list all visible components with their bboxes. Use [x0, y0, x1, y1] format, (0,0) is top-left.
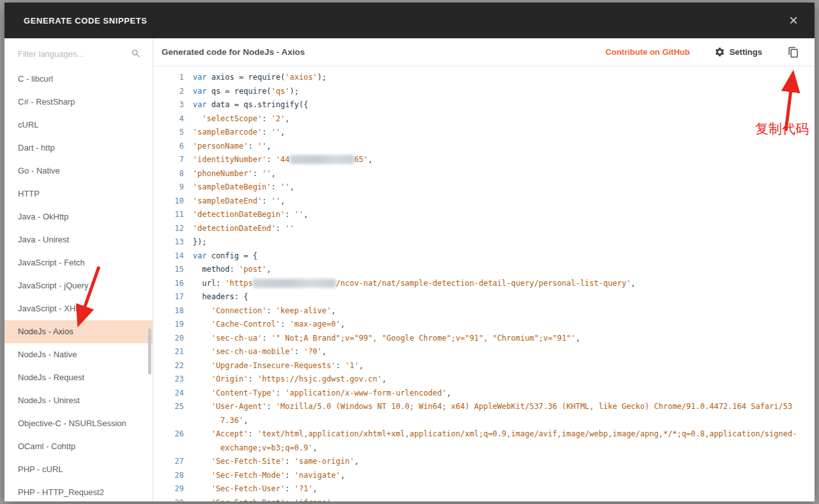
- line-number: 3: [153, 98, 184, 112]
- filter-row: [4, 38, 153, 63]
- line-number: 12: [153, 222, 184, 236]
- line-number: 8: [153, 167, 184, 181]
- line-number: 30: [153, 496, 184, 502]
- line-number: 17: [153, 290, 184, 304]
- code-line: 6'personName': '',: [153, 140, 815, 154]
- language-item[interactable]: cURL: [4, 114, 153, 137]
- redacted-text: xxxxxxxxxxxxxxxxxx: [253, 279, 336, 288]
- code-line: 20 'sec-ch-ua': '" Not;A Brand";v="99", …: [153, 332, 815, 346]
- line-number: 14: [153, 249, 184, 263]
- code-line: 2var qs = require('qs');: [153, 85, 815, 99]
- code-line: 16 url: 'httpsxxxxxxxxxxxxxxxxxx/ncov-na…: [153, 277, 815, 291]
- code-line: 3var data = qs.stringify({: [153, 98, 815, 112]
- line-number: 4: [153, 112, 184, 126]
- header-actions: Contribute on GitHub Settings: [606, 47, 799, 58]
- language-item[interactable]: JavaScript - Fetch: [4, 251, 153, 274]
- language-item[interactable]: OCaml - Cohttp: [4, 435, 153, 458]
- code-line: 10'sampleDateEnd': '',: [153, 195, 815, 209]
- code-panel: Generated code for NodeJs - Axios Contri…: [153, 38, 815, 501]
- code-line: 15 method: 'post',: [153, 263, 815, 277]
- gear-icon: [714, 47, 725, 57]
- line-number: 15: [153, 263, 184, 277]
- line-number: 2: [153, 85, 184, 99]
- line-number: 5: [153, 126, 184, 140]
- copy-icon: [788, 47, 799, 58]
- code-line: 13});: [153, 235, 815, 249]
- language-item[interactable]: JavaScript - XHR: [4, 297, 153, 320]
- language-item[interactable]: Java - Unirest: [4, 228, 153, 251]
- code-line: 4 'selectScope': '2',: [153, 112, 815, 126]
- code-line: 14var config = {: [153, 249, 815, 263]
- dialog-title: GENERATE CODE SNIPPETS: [24, 16, 147, 26]
- code-line: 8'phoneNumber': '',: [153, 167, 815, 181]
- language-item[interactable]: JavaScript - jQuery: [4, 274, 153, 297]
- code-lines: 1var axios = require('axios');2var qs = …: [153, 66, 815, 501]
- line-number: 25: [153, 400, 184, 427]
- language-item[interactable]: PHP - cURL: [4, 458, 153, 481]
- code-line: 21 'sec-ch-ua-mobile': '?0',: [153, 345, 815, 359]
- language-item[interactable]: HTTP: [4, 182, 153, 205]
- close-icon[interactable]: ×: [789, 13, 798, 28]
- line-number: 27: [153, 455, 184, 469]
- line-number: 6: [153, 140, 184, 154]
- filter-languages-input[interactable]: [18, 49, 131, 59]
- dialog-body: C - libcurlC# - RestSharpcURLDart - http…: [4, 38, 815, 501]
- code-line: 7'identityNumber': '44xxxxxxxxxxxxxx65',: [153, 153, 815, 167]
- code-line: 11'detectionDateBegin': '',: [153, 208, 815, 222]
- language-item[interactable]: NodeJs - Native: [4, 343, 153, 366]
- code-line: 27 'Sec-Fetch-Site': 'same-origin',: [153, 455, 815, 469]
- language-item-selected[interactable]: NodeJs - Axios: [4, 320, 153, 343]
- language-item[interactable]: Go - Native: [4, 159, 153, 182]
- generate-code-snippets-dialog: GENERATE CODE SNIPPETS × C - libcurlC# -…: [4, 3, 815, 501]
- line-number: 23: [153, 373, 184, 387]
- code-line: 9'sampleDateBegin': '',: [153, 181, 815, 195]
- line-number: 18: [153, 304, 184, 318]
- line-number: 1: [153, 71, 184, 85]
- language-item[interactable]: C - libcurl: [4, 68, 153, 91]
- code-panel-header: Generated code for NodeJs - Axios Contri…: [153, 38, 815, 66]
- generated-code-title: Generated code for NodeJs - Axios: [162, 47, 305, 57]
- redacted-text: xxxxxxxxxxxxxx: [290, 155, 354, 164]
- line-number: 20: [153, 332, 184, 346]
- code-line: 22 'Upgrade-Insecure-Requests': '1',: [153, 359, 815, 373]
- settings-label: Settings: [730, 47, 762, 57]
- language-item[interactable]: Java - OkHttp: [4, 205, 153, 228]
- code-line: 19 'Cache-Control': 'max-age=0',: [153, 318, 815, 332]
- code-line: 18 'Connection': 'keep-alive',: [153, 304, 815, 318]
- line-number: 21: [153, 345, 184, 359]
- code-line: 29 'Sec-Fetch-User': '?1',: [153, 482, 815, 496]
- line-number: 29: [153, 482, 184, 496]
- language-item[interactable]: PHP - HTTP_Request2: [4, 481, 153, 501]
- code-line: 28 'Sec-Fetch-Mode': 'navigate',: [153, 469, 815, 483]
- settings-button[interactable]: Settings: [714, 47, 762, 57]
- line-number: 10: [153, 195, 184, 209]
- sidebar-scrollbar-thumb[interactable]: [148, 329, 151, 374]
- language-list: C - libcurlC# - RestSharpcURLDart - http…: [4, 68, 153, 501]
- line-number: 24: [153, 387, 184, 401]
- code-line: 12'detectionDateEnd': '': [153, 222, 815, 236]
- code-line: 26 'Accept': 'text/html,application/xhtm…: [153, 427, 815, 455]
- language-sidebar: C - libcurlC# - RestSharpcURLDart - http…: [4, 38, 153, 501]
- copy-code-button[interactable]: [788, 47, 799, 58]
- line-number: 9: [153, 181, 184, 195]
- line-number: 7: [153, 153, 184, 167]
- line-number: 26: [153, 427, 184, 455]
- code-line: 5'sampleBarcode': '',: [153, 126, 815, 140]
- language-item[interactable]: NodeJs - Request: [4, 366, 153, 389]
- line-number: 28: [153, 469, 184, 483]
- code-line: 24 'Content-Type': 'application/x-www-fo…: [153, 387, 815, 401]
- line-number: 13: [153, 235, 184, 249]
- language-item[interactable]: Dart - http: [4, 137, 153, 159]
- code-line: 1var axios = require('axios');: [153, 71, 815, 85]
- language-item[interactable]: Objective-C - NSURLSession: [4, 412, 153, 435]
- dialog-header: GENERATE CODE SNIPPETS ×: [4, 3, 815, 38]
- contribute-on-github-link[interactable]: Contribute on GitHub: [606, 47, 690, 57]
- line-number: 22: [153, 359, 184, 373]
- code-line: 25 'User-Agent': 'Mozilla/5.0 (Windows N…: [153, 400, 815, 427]
- line-number: 11: [153, 208, 184, 222]
- code-line: 30 'Sec-Fetch-Dest': 'iframe',: [153, 496, 815, 502]
- search-icon: [131, 48, 141, 59]
- code-line: 23 'Origin': 'https://hsjc.gdwst.gov.cn'…: [153, 373, 815, 387]
- language-item[interactable]: C# - RestSharp: [4, 91, 153, 114]
- language-item[interactable]: NodeJs - Unirest: [4, 389, 153, 412]
